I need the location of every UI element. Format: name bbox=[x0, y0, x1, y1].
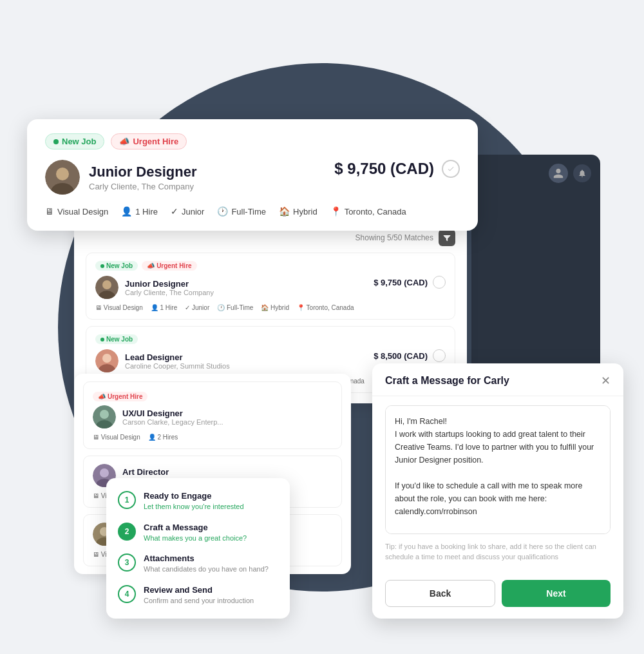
message-title: Craft a Message for Carly bbox=[385, 375, 509, 387]
step-title-4: Review and Send bbox=[144, 585, 254, 595]
svg-point-1 bbox=[56, 168, 69, 180]
list-avatar-1 bbox=[95, 276, 118, 299]
list-job-left-3: UX/UI Designer Carson Clarke, Legacy Ent… bbox=[93, 405, 332, 428]
close-button[interactable]: ✕ bbox=[601, 374, 611, 388]
step-circle-1: 1 bbox=[118, 491, 136, 509]
list-job-header-1: Junior Designer Carly Cliente, The Compa… bbox=[95, 276, 446, 299]
job-company: Carly Cliente, The Company bbox=[89, 182, 196, 191]
step-circle-4: 4 bbox=[118, 585, 136, 603]
list-job-price-1: $ 9,750 (CAD) bbox=[374, 278, 428, 287]
list-badge-new-1: New Job bbox=[95, 261, 138, 271]
step-title-1: Ready to Engage bbox=[144, 491, 244, 501]
list-avatar-3 bbox=[93, 405, 116, 428]
ltag-3: ✓ Junior bbox=[185, 304, 209, 311]
job-tags-row: 🖥Visual Design 👤1 Hire ✓Junior 🕐Full-Tim… bbox=[45, 206, 460, 216]
list-price-section-2: $ 8,500 (CAD) bbox=[374, 349, 446, 362]
list-job-title-4: Art Director bbox=[122, 467, 199, 477]
next-button[interactable]: Next bbox=[502, 580, 611, 607]
step-circle-2: 2 bbox=[118, 523, 136, 541]
list-job-title-1: Junior Designer bbox=[125, 279, 214, 289]
user-avatar-icon[interactable] bbox=[549, 164, 568, 183]
job-title-section: Junior Designer Carly Cliente, The Compa… bbox=[45, 160, 196, 195]
select-circle[interactable] bbox=[442, 160, 460, 178]
new-job-badge: New Job bbox=[45, 133, 104, 149]
svg-point-7 bbox=[102, 354, 111, 363]
list-job-title-3: UX/UI Designer bbox=[122, 409, 223, 418]
step-content-3: Attachments What candidates do you have … bbox=[144, 553, 269, 574]
steps-panel: 1 Ready to Engage Let them know you're i… bbox=[106, 478, 290, 619]
list-badge-urgent-1: 📣 Urgent Hire bbox=[142, 261, 196, 271]
bell-icon[interactable] bbox=[573, 164, 591, 182]
list-price-section-1: $ 9,750 (CAD) bbox=[374, 276, 446, 289]
step-4: 4 Review and Send Confirm and send your … bbox=[118, 585, 278, 606]
tag-hire: 👤1 Hire bbox=[121, 206, 158, 216]
urgent-hire-badge: 📣 Urgent Hire bbox=[111, 133, 187, 149]
list-badge-urgent-3: 📣 Urgent Hire bbox=[93, 392, 147, 401]
step-title-3: Attachments bbox=[144, 553, 269, 563]
message-body: Hi, I'm Rachel! I work with startups loo… bbox=[372, 396, 623, 571]
list-avatar-2 bbox=[95, 349, 118, 372]
list-job-left-1: Junior Designer Carly Cliente, The Compa… bbox=[95, 276, 214, 299]
ltag-2: 👤 1 Hire bbox=[151, 304, 177, 311]
list-job-price-2: $ 8,500 (CAD) bbox=[374, 351, 428, 361]
step-subtitle-4: Confirm and send your introduction bbox=[144, 596, 254, 606]
list-job-info-3: UX/UI Designer Carson Clarke, Legacy Ent… bbox=[122, 409, 223, 426]
message-textarea[interactable]: Hi, I'm Rachel! I work with startups loo… bbox=[385, 405, 611, 534]
main-job-card: New Job 📣 Urgent Hire Junior Designer bbox=[27, 119, 478, 231]
tag-location: 📍Toronto, Canada bbox=[330, 206, 406, 216]
svg-point-4 bbox=[102, 280, 111, 289]
list-job-company-1: Carly Cliente, The Company bbox=[125, 289, 214, 296]
ltag-1: 🖥 Visual Design bbox=[95, 304, 143, 311]
back-button[interactable]: Back bbox=[385, 580, 495, 607]
green-dot bbox=[53, 139, 59, 144]
job-price: $ 9,750 (CAD) bbox=[334, 160, 434, 178]
ltag-4: 🕐 Full-Time bbox=[217, 304, 253, 311]
ltag-6: 📍 Toronto, Canada bbox=[297, 304, 354, 311]
step-3: 3 Attachments What candidates do you hav… bbox=[118, 553, 278, 574]
svg-point-13 bbox=[100, 468, 109, 477]
list-job-card-3[interactable]: 📣 Urgent Hire UX/UI Designer Carson Clar… bbox=[83, 381, 342, 449]
step-subtitle-3: What candidates do you have on hand? bbox=[144, 564, 269, 574]
list-job-card-1[interactable]: New Job 📣 Urgent Hire Junior Designer Ca… bbox=[86, 253, 455, 320]
message-tip: Tip: if you have a booking link to share… bbox=[385, 542, 611, 562]
filter-icon[interactable] bbox=[439, 229, 455, 246]
step-subtitle-1: Let them know you're interested bbox=[144, 502, 244, 512]
job-info: Junior Designer Carly Cliente, The Compa… bbox=[89, 164, 196, 191]
badge-row: New Job 📣 Urgent Hire bbox=[45, 133, 460, 149]
message-footer: Back Next bbox=[372, 571, 623, 619]
svg-point-10 bbox=[100, 410, 109, 419]
step-content-1: Ready to Engage Let them know you're int… bbox=[144, 491, 244, 512]
tag-work-mode: 🏠Hybrid bbox=[279, 206, 317, 216]
tag-visual-design: 🖥Visual Design bbox=[45, 206, 108, 216]
list-job-company-3: Carson Clarke, Legacy Enterp... bbox=[122, 418, 223, 426]
job-header: Junior Designer Carly Cliente, The Compa… bbox=[45, 160, 460, 195]
step-2: 2 Craft a Message What makes you a great… bbox=[118, 523, 278, 543]
megaphone-icon: 📣 bbox=[119, 137, 129, 146]
scene: New Job 📣 Urgent Hire Junior Designer bbox=[0, 0, 644, 654]
list-select-2[interactable] bbox=[433, 349, 446, 362]
list-job-info-2: Lead Designer Caroline Cooper, Summit St… bbox=[125, 352, 230, 370]
list-job-left-2: Lead Designer Caroline Cooper, Summit St… bbox=[95, 349, 230, 372]
list-tags-3: 🖥 Visual Design 👤 2 Hires bbox=[93, 434, 332, 441]
message-panel: Craft a Message for Carly ✕ Hi, I'm Rach… bbox=[372, 363, 623, 619]
step-circle-3: 3 bbox=[118, 553, 136, 572]
list-job-company-2: Caroline Cooper, Summit Studios bbox=[125, 362, 230, 370]
ltag-5: 🏠 Hybrid bbox=[261, 304, 289, 311]
step-content-4: Review and Send Confirm and send your in… bbox=[144, 585, 254, 606]
message-header: Craft a Message for Carly ✕ bbox=[372, 363, 623, 396]
price-section: $ 9,750 (CAD) bbox=[334, 160, 460, 178]
showing-text: Showing 5/50 Matches bbox=[355, 233, 433, 242]
tag-type: 🕐Full-Time bbox=[217, 206, 266, 216]
list-badge-new-2: New Job bbox=[95, 334, 138, 344]
step-1: 1 Ready to Engage Let them know you're i… bbox=[118, 491, 278, 512]
job-title: Junior Designer bbox=[89, 164, 196, 180]
step-title-2: Craft a Message bbox=[144, 523, 247, 532]
list-select-1[interactable] bbox=[433, 276, 446, 289]
tag-level: ✓Junior bbox=[171, 206, 204, 216]
list-job-info-1: Junior Designer Carly Cliente, The Compa… bbox=[125, 279, 214, 296]
list-tags-1: 🖥 Visual Design 👤 1 Hire ✓ Junior 🕐 Full… bbox=[95, 304, 446, 311]
sidebar-top bbox=[480, 164, 591, 183]
step-content-2: Craft a Message What makes you a great c… bbox=[144, 523, 247, 543]
list-header: Showing 5/50 Matches bbox=[86, 229, 455, 246]
step-subtitle-2: What makes you a great choice? bbox=[144, 534, 247, 543]
